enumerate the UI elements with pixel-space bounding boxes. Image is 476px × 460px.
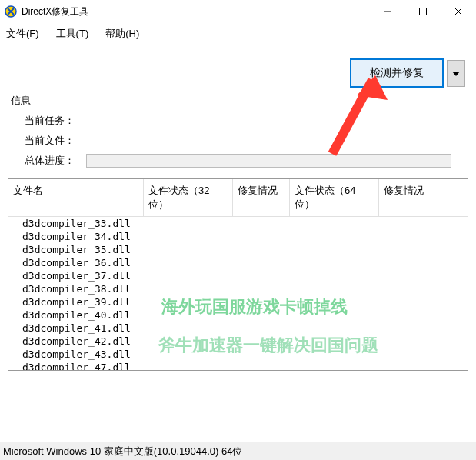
app-icon [5, 5, 17, 18]
current-task-row: 当前任务： [25, 114, 465, 128]
table-row[interactable]: d3dcompiler_42.dll [8, 335, 468, 348]
current-task-label: 当前任务： [25, 114, 86, 128]
svg-rect-2 [420, 8, 427, 15]
info-section: 信息 当前任务： 当前文件： 总体进度： [0, 94, 476, 168]
progress-label: 总体进度： [25, 154, 86, 168]
progress-row: 总体进度： [25, 154, 465, 168]
detect-repair-button[interactable]: 检测并修复 [350, 58, 444, 88]
close-button[interactable] [441, 0, 476, 23]
titlebar: DirectX修复工具 [0, 0, 476, 23]
maximize-button[interactable] [405, 0, 441, 23]
col-fix1[interactable]: 修复情况 [233, 179, 290, 216]
table-row[interactable]: d3dcompiler_39.dll [8, 295, 468, 308]
menu-file[interactable]: 文件(F) [6, 27, 39, 41]
table-row[interactable]: d3dcompiler_35.dll [8, 243, 468, 256]
col-status32[interactable]: 文件状态（32位） [144, 179, 233, 216]
window-title: DirectX修复工具 [22, 5, 370, 18]
os-version-text: Microsoft Windows 10 家庭中文版(10.0.19044.0)… [3, 445, 242, 457]
menubar: 文件(F) 工具(T) 帮助(H) [0, 23, 476, 45]
file-table[interactable]: 文件名 文件状态（32位） 修复情况 文件状态（64位） 修复情况 d3dcom… [8, 178, 468, 371]
table-header: 文件名 文件状态（32位） 修复情况 文件状态（64位） 修复情况 [8, 179, 468, 217]
table-row[interactable]: d3dcompiler_41.dll [8, 322, 468, 335]
table-row[interactable]: d3dcompiler_38.dll [8, 282, 468, 295]
window-controls [370, 0, 476, 23]
table-row[interactable]: d3dcompiler_36.dll [8, 256, 468, 269]
toolbar: 检测并修复 [0, 45, 476, 94]
table-row[interactable]: d3dcompiler_34.dll [8, 230, 468, 243]
table-body: d3dcompiler_33.dlld3dcompiler_34.dlld3dc… [8, 217, 468, 371]
col-filename[interactable]: 文件名 [8, 179, 144, 216]
menu-tools[interactable]: 工具(T) [56, 27, 89, 41]
table-row[interactable]: d3dcompiler_40.dll [8, 308, 468, 322]
table-row[interactable]: d3dcompiler_37.dll [8, 269, 468, 282]
minimize-button[interactable] [370, 0, 405, 23]
current-file-row: 当前文件： [25, 134, 465, 148]
info-heading: 信息 [11, 94, 465, 108]
menu-help[interactable]: 帮助(H) [105, 27, 139, 41]
current-file-label: 当前文件： [25, 134, 86, 148]
progress-bar [86, 154, 451, 168]
table-row[interactable]: d3dcompiler_47.dll [8, 361, 468, 371]
chevron-down-icon [452, 68, 460, 78]
table-row[interactable]: d3dcompiler_43.dll [8, 348, 468, 361]
statusbar: Microsoft Windows 10 家庭中文版(10.0.19044.0)… [0, 442, 476, 460]
table-row[interactable]: d3dcompiler_33.dll [8, 217, 468, 230]
col-fix2[interactable]: 修复情况 [379, 179, 433, 216]
dropdown-button[interactable] [447, 60, 465, 87]
col-status64[interactable]: 文件状态（64位） [290, 179, 379, 216]
